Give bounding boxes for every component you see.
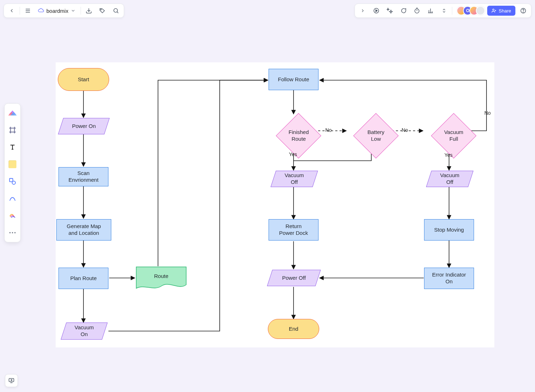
node-label: Power Off xyxy=(282,275,306,282)
document-title-text: boardmix xyxy=(46,8,68,14)
svg-point-33 xyxy=(9,232,11,233)
play-button[interactable] xyxy=(371,5,382,16)
text-tool[interactable] xyxy=(6,141,19,154)
node-vacuum-off-left[interactable]: Vacuum Off xyxy=(271,171,318,187)
comment-button[interactable] xyxy=(398,5,409,16)
node-finished-route[interactable]: Finished Route xyxy=(276,113,321,158)
menu-button[interactable] xyxy=(22,5,34,16)
node-stop-moving[interactable]: Stop Moving xyxy=(424,219,474,241)
sticky-note-icon xyxy=(9,160,16,168)
node-power-off[interactable]: Power Off xyxy=(267,270,321,286)
node-route[interactable]: Route xyxy=(136,266,187,291)
node-label: Stop Moving xyxy=(434,227,464,233)
collaborator-avatars[interactable]: O xyxy=(454,6,485,15)
svg-point-34 xyxy=(12,232,13,233)
edge-label-no: No xyxy=(484,110,491,116)
node-vacuum-on[interactable]: Vacuum On xyxy=(61,323,108,340)
node-label: Generate Map and Location xyxy=(67,223,101,237)
node-end[interactable]: End xyxy=(268,319,319,339)
topbar-right: O Share xyxy=(355,4,531,18)
svg-marker-8 xyxy=(376,10,378,12)
svg-point-20 xyxy=(523,12,523,12)
svg-point-4 xyxy=(101,9,101,10)
mindmap-tool[interactable] xyxy=(6,209,19,222)
divider xyxy=(20,7,20,15)
node-label: Vacuum Off xyxy=(285,172,304,186)
node-label: Scan Envrionment xyxy=(68,170,98,184)
svg-marker-37 xyxy=(11,380,12,381)
node-vacuum-off-right[interactable]: Vacuum Off xyxy=(426,171,474,187)
node-label: Finished Route xyxy=(289,129,309,143)
search-button[interactable] xyxy=(110,5,122,16)
back-button[interactable] xyxy=(6,5,17,16)
avatar[interactable] xyxy=(476,6,485,15)
topbar-left: boardmix xyxy=(4,4,124,18)
share-button[interactable]: Share xyxy=(487,6,515,16)
svg-rect-31 xyxy=(10,179,13,182)
sticky-note-tool[interactable] xyxy=(6,158,19,171)
share-label: Share xyxy=(499,8,511,14)
node-label: Vacuum Off xyxy=(440,172,459,186)
node-error-indicator[interactable]: Error Indicator On xyxy=(424,268,474,289)
more-button[interactable] xyxy=(438,5,450,16)
download-button[interactable] xyxy=(83,5,95,16)
cloud-sync-icon xyxy=(38,7,44,15)
svg-point-16 xyxy=(493,9,494,10)
node-power-on[interactable]: Power On xyxy=(58,118,110,134)
node-label: Vacuum On xyxy=(75,324,94,338)
frame-tool[interactable] xyxy=(6,124,19,136)
divider xyxy=(81,7,81,15)
node-battery-low[interactable]: Battery Low xyxy=(353,113,398,158)
node-label: End xyxy=(289,326,299,332)
sparkle-button[interactable] xyxy=(384,5,396,16)
svg-point-35 xyxy=(14,232,16,233)
divider xyxy=(452,7,452,15)
expand-button[interactable] xyxy=(357,5,368,16)
node-plan-route[interactable]: Plan Route xyxy=(58,268,108,289)
node-return-dock[interactable]: Return Power Dock xyxy=(269,219,319,241)
node-label: Start xyxy=(78,76,89,83)
node-label: Error Indicator On xyxy=(432,272,466,285)
node-follow-route[interactable]: Follow Route xyxy=(269,69,319,90)
svg-point-32 xyxy=(12,181,15,184)
connectors xyxy=(56,62,494,347)
chevron-down-icon xyxy=(71,8,76,13)
node-start[interactable]: Start xyxy=(58,68,109,91)
node-label: Return Power Dock xyxy=(279,223,308,237)
presentation-button[interactable] xyxy=(5,374,18,387)
help-button[interactable] xyxy=(518,5,529,16)
tag-button[interactable] xyxy=(97,5,108,16)
document-title[interactable]: boardmix xyxy=(36,7,78,15)
shape-tool[interactable] xyxy=(6,175,19,188)
node-label: Power On xyxy=(72,123,96,130)
node-label: Plan Route xyxy=(70,275,97,282)
node-label: Follow Route xyxy=(278,76,309,83)
edge-label-yes: Yes xyxy=(289,151,297,157)
chart-button[interactable] xyxy=(425,5,436,16)
canvas[interactable]: Start Power On Scan Envrionment Generate… xyxy=(56,62,494,347)
svg-point-5 xyxy=(114,9,118,12)
svg-line-6 xyxy=(117,12,118,13)
select-tool[interactable] xyxy=(6,107,19,119)
timer-button[interactable] xyxy=(411,5,423,16)
edge-label-yes: Yes xyxy=(444,152,453,158)
node-label: Route xyxy=(154,273,168,280)
connector-tool[interactable] xyxy=(6,192,19,205)
node-scan-env[interactable]: Scan Envrionment xyxy=(58,167,108,186)
left-toolbar xyxy=(4,103,21,242)
node-label: Battery Low xyxy=(367,129,384,143)
node-vacuum-full[interactable]: Vacuum Full xyxy=(431,113,476,158)
edge-label-no: No xyxy=(402,127,408,133)
node-generate-map[interactable]: Generate Map and Location xyxy=(56,219,111,241)
node-label: Vacuum Full xyxy=(444,129,463,143)
more-tools[interactable] xyxy=(6,226,19,239)
edge-label-no: No xyxy=(325,127,332,133)
